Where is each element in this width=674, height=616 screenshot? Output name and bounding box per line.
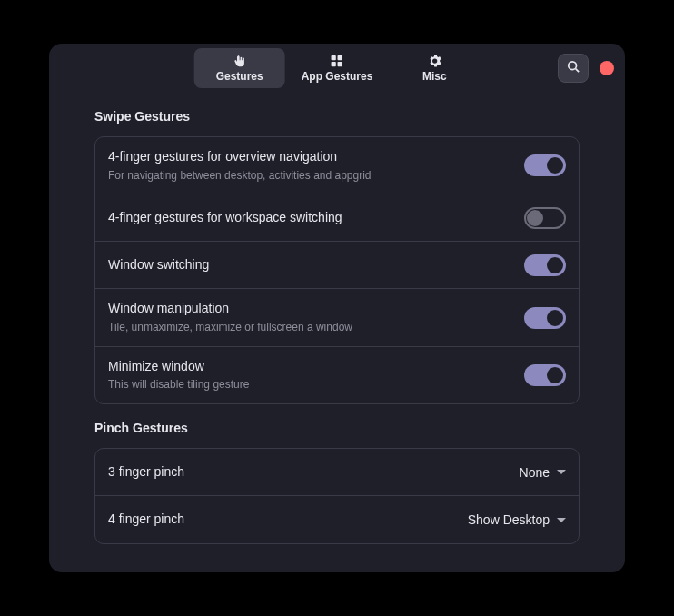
toggle-overview-navigation[interactable] <box>524 154 566 176</box>
row-3-finger-pinch: 3 finger pinch None <box>95 449 579 496</box>
row-text: Minimize window This will disable tiling… <box>108 358 510 392</box>
pinch-group: 3 finger pinch None 4 finger pinch Show … <box>94 448 580 544</box>
toggle-knob <box>547 157 563 174</box>
row-window-switching: Window switching <box>95 242 579 289</box>
toggle-window-switching[interactable] <box>524 254 566 276</box>
toggle-window-manipulation[interactable] <box>524 307 566 329</box>
row-title: 3 finger pinch <box>108 463 505 482</box>
tab-app-gestures[interactable]: App Gestures <box>285 48 390 88</box>
svg-point-4 <box>569 62 577 70</box>
row-text: Window manipulation Tile, unmaximize, ma… <box>108 300 510 334</box>
svg-rect-2 <box>332 62 336 66</box>
svg-line-5 <box>576 69 580 73</box>
row-title: 4-finger gestures for overview navigatio… <box>108 148 510 166</box>
row-4-finger-pinch: 4 finger pinch Show Desktop <box>95 496 579 543</box>
row-text: 3 finger pinch <box>108 463 505 482</box>
row-subtitle: For navigating between desktop, activiti… <box>108 168 510 184</box>
titlebar-right <box>558 54 614 83</box>
search-button[interactable] <box>558 54 589 83</box>
dropdown-3-finger-pinch[interactable]: None <box>520 465 566 480</box>
toggle-minimize-window[interactable] <box>524 364 566 386</box>
row-minimize-window: Minimize window This will disable tiling… <box>95 347 579 403</box>
section-title-swipe: Swipe Gestures <box>94 109 580 124</box>
dropdown-4-finger-pinch[interactable]: Show Desktop <box>468 512 566 527</box>
row-overview-navigation: 4-finger gestures for overview navigatio… <box>95 137 579 194</box>
toggle-knob <box>527 210 543 226</box>
tab-bar: Gestures App Gestures Misc <box>194 48 481 88</box>
tab-gestures[interactable]: Gestures <box>194 48 285 88</box>
row-title: 4-finger gestures for workspace switchin… <box>108 209 510 227</box>
row-title: Minimize window <box>108 358 510 376</box>
row-title: Window switching <box>108 256 510 274</box>
search-icon <box>567 60 580 76</box>
toggle-knob <box>547 310 563 326</box>
tab-misc[interactable]: Misc <box>389 48 480 88</box>
row-text: 4-finger gestures for workspace switchin… <box>108 209 510 227</box>
row-title: Window manipulation <box>108 300 510 318</box>
chevron-down-icon <box>557 518 566 522</box>
svg-rect-3 <box>338 62 342 66</box>
row-window-manipulation: Window manipulation Tile, unmaximize, ma… <box>95 289 579 346</box>
toggle-workspace-switching[interactable] <box>524 207 566 229</box>
chevron-down-icon <box>557 470 566 474</box>
titlebar: Gestures App Gestures Misc <box>49 44 625 93</box>
row-workspace-switching: 4-finger gestures for workspace switchin… <box>95 194 579 242</box>
tab-label: App Gestures <box>302 70 373 83</box>
section-title-pinch: Pinch Gestures <box>94 421 580 435</box>
svg-rect-1 <box>338 55 342 60</box>
content-area: Swipe Gestures 4-finger gestures for ove… <box>49 93 625 572</box>
row-subtitle: Tile, unmaximize, maximize or fullscreen… <box>108 320 510 335</box>
row-text: 4 finger pinch <box>108 511 453 529</box>
close-button[interactable] <box>600 61 614 75</box>
grid-icon <box>331 54 343 68</box>
row-text: Window switching <box>108 256 510 274</box>
settings-window: Gestures App Gestures Misc <box>49 44 625 572</box>
dropdown-value: None <box>520 465 550 480</box>
toggle-knob <box>547 367 563 383</box>
tab-label: Misc <box>422 70 447 83</box>
dropdown-value: Show Desktop <box>468 512 550 527</box>
row-title: 4 finger pinch <box>108 511 453 529</box>
toggle-knob <box>547 257 563 273</box>
row-text: 4-finger gestures for overview navigatio… <box>108 148 510 183</box>
gear-icon <box>428 54 441 68</box>
svg-rect-0 <box>332 55 336 60</box>
swipe-group: 4-finger gestures for overview navigatio… <box>94 136 580 404</box>
touch-icon <box>233 54 246 68</box>
tab-label: Gestures <box>216 70 263 83</box>
row-subtitle: This will disable tiling gesture <box>108 377 510 392</box>
